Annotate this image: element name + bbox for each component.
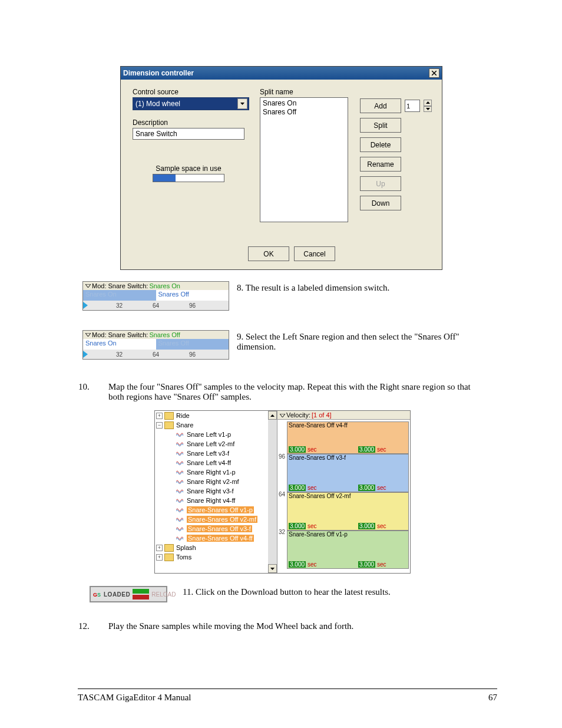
- tree-sample-item-selected[interactable]: Snare-Snares Off v1-p: [155, 505, 268, 515]
- split-item[interactable]: Snares Off: [263, 108, 345, 117]
- tree-sample-item[interactable]: Snare Right v3-f: [155, 486, 268, 496]
- playhead-icon[interactable]: [83, 302, 88, 309]
- svg-marker-2: [240, 103, 244, 105]
- dialog-titlebar: Dimension controller: [121, 67, 442, 80]
- tree-sample-item-selected[interactable]: Snare-Snares Off v3-f: [155, 524, 268, 533]
- step12-num: 12.: [78, 621, 90, 631]
- reload-label[interactable]: RELOAD: [151, 591, 176, 598]
- velocity-panel: Velocity: [1 of 4] 96 64 32 Snare-Snares…: [277, 411, 410, 573]
- velocity-band[interactable]: Snare-Snares Off v2-mf3.000sec3.000sec: [287, 492, 409, 531]
- tree-sample-item[interactable]: Snare Left v1-p: [155, 430, 268, 439]
- spin-down-icon[interactable]: [424, 106, 432, 113]
- triangle-down-icon: [85, 284, 91, 288]
- tree-collapse-icon[interactable]: −: [156, 422, 163, 429]
- wave-icon: [176, 488, 184, 494]
- scroll-up-icon[interactable]: [268, 411, 277, 420]
- cancel-button[interactable]: Cancel: [294, 246, 335, 261]
- loaded-bar-green: [133, 589, 149, 594]
- mod-label: Mod: Snare Switch:: [92, 282, 148, 289]
- folder-icon: [164, 554, 174, 561]
- wave-icon: [176, 441, 184, 447]
- snares-off-region[interactable]: Snares Off: [156, 339, 229, 350]
- footer-left: TASCAM GigaEditor 4 Manual: [78, 693, 191, 703]
- gs-icon: GS: [93, 590, 101, 598]
- svg-text:S: S: [97, 592, 101, 598]
- svg-marker-8: [83, 351, 88, 358]
- svg-marker-6: [83, 302, 88, 309]
- tree-expand-icon[interactable]: +: [156, 554, 163, 561]
- control-source-value: (1) Mod wheel: [135, 100, 180, 108]
- spin-buttons[interactable]: [424, 100, 432, 112]
- wave-icon: [176, 479, 184, 485]
- sec-chip: 3.000: [289, 446, 306, 453]
- dialog-title: Dimension controller: [123, 69, 194, 77]
- mod-label: Mod: Snare Switch:: [92, 331, 148, 338]
- split-item[interactable]: Snares On: [263, 99, 345, 108]
- down-button[interactable]: Down: [360, 196, 401, 210]
- snares-on-region[interactable]: Snares On: [83, 339, 156, 350]
- velocity-band[interactable]: Snare-Snares Off v1-p3.000sec3.000sec: [287, 531, 409, 569]
- wave-icon: [176, 516, 184, 522]
- sec-chip: 3.000: [358, 485, 375, 491]
- rename-button[interactable]: Rename: [360, 157, 401, 172]
- folder-icon: [164, 544, 174, 552]
- wave-icon: [176, 507, 184, 513]
- control-source-dropdown[interactable]: (1) Mod wheel: [133, 97, 249, 110]
- svg-marker-11: [280, 414, 285, 417]
- tree-expand-icon[interactable]: +: [156, 545, 163, 551]
- sample-space-progress: [153, 174, 224, 182]
- snares-on-region[interactable]: Snares On: [83, 290, 156, 301]
- svg-text:G: G: [93, 592, 97, 598]
- tree-sample-item[interactable]: Snare Left v4-ff: [155, 458, 268, 467]
- svg-marker-4: [426, 108, 430, 110]
- control-source-label: Control source: [133, 88, 249, 96]
- sec-chip: 3.000: [289, 561, 306, 568]
- wave-icon: [176, 431, 184, 437]
- folder-icon: [164, 421, 174, 429]
- tree-sample-item[interactable]: Snare Right v1-p: [155, 467, 268, 477]
- loaded-label: LOADED: [104, 591, 130, 598]
- sec-chip: 3.000: [289, 485, 306, 491]
- loaded-bar-red: [133, 595, 149, 599]
- footer-right: 67: [488, 693, 497, 703]
- spin-up-icon[interactable]: [424, 100, 432, 106]
- sec-chip: 3.000: [358, 561, 375, 568]
- ok-button[interactable]: OK: [248, 246, 289, 261]
- close-button[interactable]: [429, 68, 439, 78]
- add-count-input[interactable]: [405, 100, 420, 112]
- svg-marker-9: [270, 414, 275, 417]
- velocity-label: Velocity:: [286, 411, 310, 419]
- sec-chip: 3.000: [358, 446, 375, 453]
- snares-off-region[interactable]: Snares Off: [156, 290, 229, 301]
- tree-sample-item[interactable]: Snare Left v3-f: [155, 449, 268, 458]
- tree-expand-icon[interactable]: +: [156, 413, 163, 419]
- wave-icon: [176, 526, 184, 532]
- wave-icon: [176, 535, 184, 541]
- delete-button[interactable]: Delete: [360, 137, 401, 152]
- tree-sample-item[interactable]: Snare Right v4-ff: [155, 496, 268, 505]
- scroll-down-icon[interactable]: [268, 564, 277, 573]
- triangle-down-icon: [280, 411, 285, 419]
- tree-sample-item[interactable]: Snare Left v2-mf: [155, 439, 268, 449]
- velocity-band[interactable]: Snare-Snares Off v4-ff3.000sec3.000sec: [287, 421, 409, 454]
- description-input[interactable]: [133, 128, 244, 140]
- svg-marker-10: [270, 568, 275, 570]
- sample-tree[interactable]: +Ride −Snare Snare Left v1-pSnare Left v…: [155, 411, 277, 573]
- split-button[interactable]: Split: [360, 118, 401, 133]
- velocity-band[interactable]: Snare-Snares Off v3-f3.000sec3.000sec: [287, 454, 409, 492]
- svg-marker-5: [85, 284, 91, 288]
- split-name-list[interactable]: Snares On Snares Off: [260, 97, 348, 222]
- page-footer: TASCAM GigaEditor 4 Manual 67: [78, 689, 497, 703]
- add-button[interactable]: Add: [360, 98, 401, 113]
- playhead-icon[interactable]: [83, 351, 88, 358]
- tree-sample-item-selected[interactable]: Snare-Snares Off v2-mf: [155, 515, 268, 524]
- tree-sample-item[interactable]: Snare Right v2-mf: [155, 477, 268, 486]
- up-button[interactable]: Up: [360, 176, 401, 191]
- step11-text: 11. Click on the Download button to hear…: [183, 587, 477, 597]
- folder-icon: [164, 412, 174, 420]
- step9-text: 9. Select the Left Snare region and then…: [237, 332, 484, 352]
- tree-sample-item-selected[interactable]: Snare-Snares Off v4-ff: [155, 533, 268, 543]
- step8-text: 8. The result is a labeled dimension swi…: [237, 283, 484, 293]
- wave-icon: [176, 469, 184, 475]
- sample-space-label: Sample space in use: [133, 164, 244, 173]
